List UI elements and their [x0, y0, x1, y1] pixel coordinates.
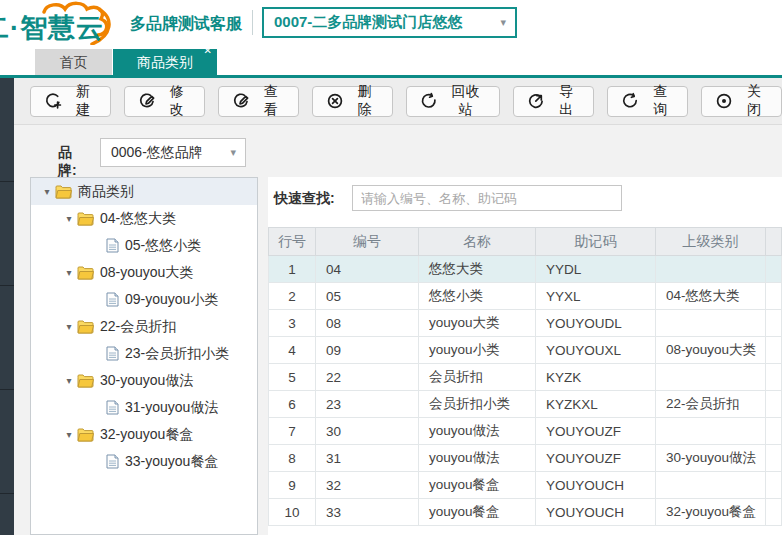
- collapsed-side-rail[interactable]: [0, 78, 14, 535]
- table-row[interactable]: 522会员折扣KYZK: [269, 364, 782, 391]
- tree-item[interactable]: ▾32-youyou餐盒: [31, 421, 257, 448]
- table-cell-spacer: [766, 256, 782, 283]
- table-cell: 04: [316, 256, 419, 283]
- table-row[interactable]: 409youyou小类YOUYOUXL08-youyou大类: [269, 337, 782, 364]
- folder-icon: [55, 185, 72, 199]
- app-header: 二·智慧云 多品牌测试客服 0007-二多品牌测试门店悠悠 ▾: [0, 0, 782, 45]
- toolbar-button-label: 查询: [646, 83, 674, 119]
- circle-plus-icon: [44, 92, 62, 110]
- tree-item-label: 05-悠悠小类: [125, 237, 201, 255]
- tree-item[interactable]: 23-会员折扣小类: [31, 340, 257, 367]
- table-cell: 悠悠小类: [419, 283, 536, 310]
- tree-item[interactable]: 05-悠悠小类: [31, 232, 257, 259]
- modify-button[interactable]: 修改: [124, 86, 205, 117]
- table-cell: YOUYOUZF: [536, 418, 656, 445]
- tree-item[interactable]: ▾商品类别: [31, 178, 257, 205]
- table-cell: 10: [269, 499, 316, 526]
- document-icon: [106, 238, 119, 253]
- column-header: 上级类别: [656, 228, 766, 256]
- table-cell: YYDL: [536, 256, 656, 283]
- recycle-button[interactable]: 回收站: [406, 86, 501, 117]
- brand-selector[interactable]: 0006-悠悠品牌 ▾: [100, 138, 246, 167]
- caret-down-icon[interactable]: ▾: [39, 186, 55, 197]
- store-selector[interactable]: 0007-二多品牌测试门店悠悠 ▾: [262, 7, 517, 38]
- toolbar-button-label: 导出: [552, 83, 580, 119]
- caret-down-icon[interactable]: ▾: [61, 267, 77, 278]
- table-cell: youyou大类: [419, 310, 536, 337]
- header-divider: [252, 10, 253, 35]
- export-button[interactable]: 导出: [513, 86, 594, 117]
- table-row[interactable]: 104悠悠大类YYDL: [269, 256, 782, 283]
- table-cell: 4: [269, 337, 316, 364]
- table-row[interactable]: 1033youyou餐盒YOUYOUCH32-youyou餐盒: [269, 499, 782, 526]
- column-header: 行号: [269, 228, 316, 256]
- tree-item-label: 04-悠悠大类: [100, 210, 176, 228]
- tree-item[interactable]: ▾04-悠悠大类: [31, 205, 257, 232]
- toolbar-button-label: 关闭: [740, 83, 768, 119]
- toolbar-button-label: 回收站: [445, 83, 487, 119]
- table-cell: 32-youyou餐盒: [656, 499, 766, 526]
- table-cell: KYZKXL: [536, 391, 656, 418]
- new-button[interactable]: 新建: [30, 86, 111, 117]
- table-cell: 05: [316, 283, 419, 310]
- caret-down-icon[interactable]: ▾: [61, 429, 77, 440]
- table-cell: [656, 256, 766, 283]
- view-button[interactable]: 查看: [218, 86, 299, 117]
- caret-down-icon[interactable]: ▾: [61, 321, 77, 332]
- table-row[interactable]: 831youyou做法YOUYOUZF30-youyou做法: [269, 445, 782, 472]
- category-tree: ▾商品类别▾04-悠悠大类05-悠悠小类▾08-youyou大类09-youyo…: [31, 178, 257, 475]
- table-row[interactable]: 205悠悠小类YYXL04-悠悠大类: [269, 283, 782, 310]
- tree-item[interactable]: ▾22-会员折扣: [31, 313, 257, 340]
- table-cell: 悠悠大类: [419, 256, 536, 283]
- tab-product-category[interactable]: 商品类别 ✕: [113, 49, 217, 75]
- circle-x-icon: [326, 92, 344, 110]
- delete-button[interactable]: 删除: [312, 86, 393, 117]
- close-button[interactable]: 关闭: [701, 86, 782, 117]
- refresh-icon: [621, 92, 639, 110]
- table-cell: youyou餐盒: [419, 472, 536, 499]
- caret-down-icon[interactable]: ▾: [61, 213, 77, 224]
- folder-icon: [77, 266, 94, 280]
- table-cell-spacer: [766, 445, 782, 472]
- app-title: 多品牌测试客服: [130, 14, 242, 35]
- logo-text: 二·智慧云: [0, 10, 104, 45]
- query-button[interactable]: 查询: [607, 86, 688, 117]
- tree-item[interactable]: 09-youyou小类: [31, 286, 257, 313]
- tree-item[interactable]: ▾08-youyou大类: [31, 259, 257, 286]
- table-row[interactable]: 623会员折扣小类KYZKXL22-会员折扣: [269, 391, 782, 418]
- table-cell: [656, 472, 766, 499]
- table-cell: 23: [316, 391, 419, 418]
- tab-home[interactable]: 首页: [35, 49, 112, 75]
- export-icon: [527, 92, 545, 110]
- category-tree-panel: ▾商品类别▾04-悠悠大类05-悠悠小类▾08-youyou大类09-youyo…: [30, 177, 258, 535]
- tree-item[interactable]: 33-youyou餐盒: [31, 448, 257, 475]
- document-icon: [106, 400, 119, 415]
- chevron-down-icon: ▾: [500, 16, 515, 29]
- tree-item[interactable]: 31-youyou做法: [31, 394, 257, 421]
- table-cell-spacer: [766, 364, 782, 391]
- folder-icon: [77, 212, 94, 226]
- table-cell: 08: [316, 310, 419, 337]
- tree-item-label: 33-youyou餐盒: [125, 453, 218, 471]
- caret-down-icon[interactable]: ▾: [61, 375, 77, 386]
- table-cell: YYXL: [536, 283, 656, 310]
- tab-close-icon[interactable]: ✕: [204, 44, 212, 58]
- table-cell: [656, 310, 766, 337]
- table-header-row: 行号编号名称助记码上级类别: [269, 228, 782, 256]
- table-cell: 5: [269, 364, 316, 391]
- table-row[interactable]: 932youyou餐盒YOUYOUCH: [269, 472, 782, 499]
- table-cell: 1: [269, 256, 316, 283]
- tree-item-label: 08-youyou大类: [100, 264, 193, 282]
- table-body: 104悠悠大类YYDL205悠悠小类YYXL04-悠悠大类308youyou大类…: [269, 256, 782, 526]
- table-cell: 6: [269, 391, 316, 418]
- table-cell: 7: [269, 418, 316, 445]
- recycle-icon: [420, 92, 438, 110]
- brand-selector-value: 0006-悠悠品牌: [101, 144, 230, 162]
- tree-item[interactable]: ▾30-youyou做法: [31, 367, 257, 394]
- table-cell-spacer: [766, 310, 782, 337]
- table-cell: YOUYOUXL: [536, 337, 656, 364]
- table-row[interactable]: 730youyou做法YOUYOUZF: [269, 418, 782, 445]
- table-row[interactable]: 308youyou大类YOUYOUDL: [269, 310, 782, 337]
- table-cell: 30-youyou做法: [656, 445, 766, 472]
- quick-search-input[interactable]: [352, 185, 622, 211]
